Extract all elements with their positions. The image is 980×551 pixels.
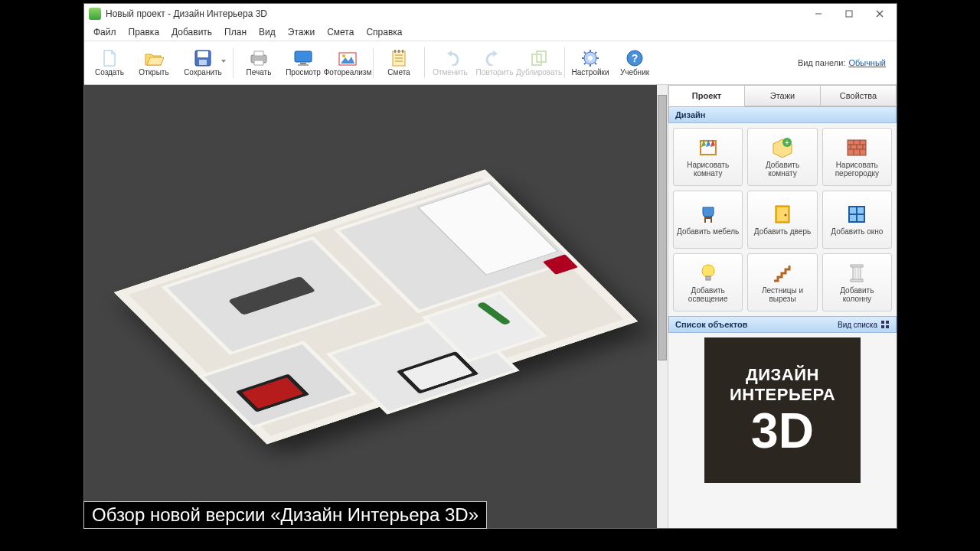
new-file-icon <box>99 49 120 67</box>
svg-rect-1 <box>846 11 852 17</box>
tab-project[interactable]: Проект <box>668 85 745 106</box>
draw-room-icon <box>697 137 720 158</box>
menu-floors[interactable]: Этажи <box>282 25 321 39</box>
menu-add[interactable]: Добавить <box>165 25 218 39</box>
draw-wall-button[interactable]: Нарисовать перегородку <box>822 128 892 186</box>
menu-plan[interactable]: План <box>218 25 253 39</box>
preview-button[interactable]: Просмотр <box>281 42 325 83</box>
svg-rect-21 <box>398 50 400 53</box>
svg-line-36 <box>595 52 596 54</box>
viewport-3d[interactable] <box>84 85 668 528</box>
svg-marker-24 <box>493 51 498 57</box>
chair-icon <box>697 204 720 225</box>
tab-floors[interactable]: Этажи <box>745 85 821 106</box>
add-door-button[interactable]: Добавить дверь <box>747 191 817 249</box>
svg-line-33 <box>584 52 586 54</box>
lightbulb-icon <box>697 262 720 284</box>
menu-edit[interactable]: Правка <box>122 25 166 39</box>
save-icon <box>192 49 214 67</box>
print-button[interactable]: Печать <box>237 42 281 83</box>
photo-icon <box>337 49 358 67</box>
open-button[interactable]: Открыть <box>132 42 176 83</box>
tab-properties[interactable]: Свойства <box>821 85 897 106</box>
tutorial-button[interactable]: ? Учебник <box>612 42 657 83</box>
folder-open-icon <box>143 49 165 67</box>
svg-rect-9 <box>254 60 263 65</box>
svg-rect-63 <box>706 276 710 280</box>
svg-rect-65 <box>851 265 863 267</box>
design-section-header: Дизайн <box>668 106 897 123</box>
video-caption: Обзор новой версии «Дизайн Интерьера 3D» <box>83 501 487 529</box>
add-furniture-button[interactable]: Добавить мебель <box>673 191 743 249</box>
svg-rect-12 <box>298 64 309 66</box>
svg-rect-71 <box>881 325 884 328</box>
draw-room-button[interactable]: Нарисовать комнату <box>673 128 743 186</box>
side-panel: Проект Этажи Свойства Дизайн Нарисовать … <box>668 85 897 528</box>
svg-rect-10 <box>295 51 312 62</box>
add-light-button[interactable]: Добавить освещение <box>673 253 743 311</box>
menu-help[interactable]: Справка <box>360 25 408 39</box>
floorplan-render <box>114 169 639 444</box>
svg-rect-8 <box>254 51 263 56</box>
undo-button: Отменить <box>428 42 472 83</box>
door-icon <box>771 204 794 225</box>
close-button[interactable] <box>864 5 895 23</box>
svg-line-34 <box>595 63 596 64</box>
chevron-down-icon <box>221 60 226 63</box>
menu-bar: Файл Правка Добавить План Вид Этажи Смет… <box>84 24 897 41</box>
maximize-button[interactable] <box>834 5 864 23</box>
duplicate-button: Дублировать <box>517 42 561 83</box>
design-tools-grid: Нарисовать комнату + Добавить комнату На… <box>668 123 897 316</box>
svg-rect-11 <box>300 63 306 64</box>
column-icon <box>845 262 868 284</box>
add-window-button[interactable]: Добавить окно <box>822 191 892 249</box>
add-room-icon: + <box>771 137 794 158</box>
window-title: Новый проект - Дизайн Интерьера 3D <box>106 8 267 19</box>
settings-button[interactable]: Настройки <box>568 42 612 83</box>
svg-line-35 <box>584 63 586 64</box>
duplicate-icon <box>528 49 550 67</box>
svg-rect-72 <box>886 325 889 328</box>
promo-logo: ДИЗАЙН ИНТЕРЬЕРА 3D <box>704 337 861 483</box>
svg-rect-64 <box>853 266 861 280</box>
undo-icon <box>439 49 461 67</box>
window-icon <box>845 204 868 225</box>
monitor-icon <box>292 49 314 67</box>
workarea: Проект Этажи Свойства Дизайн Нарисовать … <box>84 85 897 528</box>
stairs-button[interactable]: Лестницы и вырезы <box>747 253 817 311</box>
svg-rect-70 <box>886 321 889 324</box>
vertical-scrollbar[interactable] <box>657 85 668 528</box>
menu-view[interactable]: Вид <box>253 25 282 39</box>
menu-estimate[interactable]: Смета <box>321 25 360 39</box>
toolbar: Создать Открыть Сохранить Печать Просмот… <box>84 41 897 85</box>
create-button[interactable]: Создать <box>87 42 132 83</box>
printer-icon <box>248 49 270 67</box>
photoreal-button[interactable]: Фотореализм <box>325 42 370 83</box>
objects-list-area: ДИЗАЙН ИНТЕРЬЕРА 3D <box>668 333 897 528</box>
list-icon <box>880 320 890 329</box>
list-view-toggle[interactable]: Вид списка <box>838 320 890 329</box>
add-column-button[interactable]: Добавить колонну <box>822 253 892 311</box>
panel-kind-selector[interactable]: Вид панели: Обычный <box>798 58 893 67</box>
svg-point-28 <box>588 56 593 60</box>
side-tabs: Проект Этажи Свойства <box>668 85 897 106</box>
svg-rect-53 <box>704 217 712 219</box>
help-icon: ? <box>624 49 645 67</box>
svg-rect-66 <box>851 279 863 282</box>
notepad-icon <box>388 49 410 67</box>
svg-point-62 <box>702 265 714 277</box>
save-button[interactable]: Сохранить <box>176 42 230 83</box>
svg-rect-5 <box>198 51 208 57</box>
redo-button: Повторить <box>472 42 517 83</box>
add-room-button[interactable]: + Добавить комнату <box>747 128 817 186</box>
estimate-button[interactable]: Смета <box>377 42 421 83</box>
titlebar[interactable]: Новый проект - Дизайн Интерьера 3D <box>84 4 897 24</box>
svg-rect-69 <box>881 321 884 324</box>
redo-icon <box>484 49 505 67</box>
svg-rect-20 <box>394 50 396 53</box>
svg-point-15 <box>342 54 345 57</box>
minimize-button[interactable] <box>803 5 834 23</box>
menu-file[interactable]: Файл <box>87 25 122 39</box>
gear-icon <box>580 49 601 67</box>
app-icon <box>89 8 101 20</box>
